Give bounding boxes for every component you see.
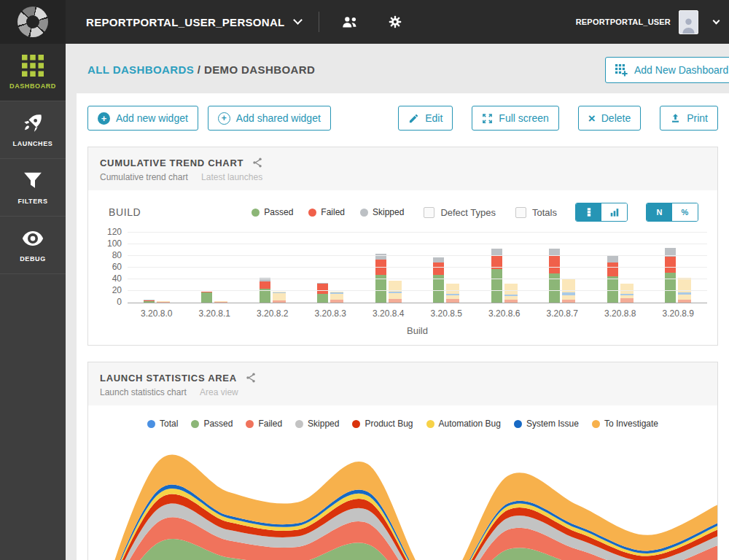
legend-label: Product Bug xyxy=(364,419,413,429)
add-new-dashboard-button[interactable]: Add New Dashboard xyxy=(605,57,729,83)
share-icon[interactable] xyxy=(252,157,263,168)
gridline xyxy=(128,255,707,256)
legend-dot xyxy=(191,420,199,428)
delete-label: Delete xyxy=(601,112,631,124)
legend-dot xyxy=(360,209,368,217)
bar-group[interactable] xyxy=(475,249,534,303)
x-tick-label: 3.20.8.6 xyxy=(475,308,534,319)
fullscreen-button[interactable]: Full screen xyxy=(472,106,558,131)
bar-segment xyxy=(504,300,518,303)
project-selector[interactable]: REPORTPORTAL_USER_PERSONAL xyxy=(86,16,301,28)
bar-group[interactable] xyxy=(186,292,244,303)
legend-label: Failed xyxy=(258,419,282,429)
share-icon[interactable] xyxy=(245,372,257,384)
sidebar-item-launches[interactable]: LAUNCHES xyxy=(0,101,66,159)
legend-item-failed[interactable]: Failed xyxy=(308,207,345,217)
legend-item-skipped[interactable]: Skipped xyxy=(295,419,339,429)
bar-group[interactable] xyxy=(650,248,708,303)
bar-segment xyxy=(491,269,502,303)
legend-item-product-bug[interactable]: Product Bug xyxy=(352,419,413,429)
legend-label: To Investigate xyxy=(604,419,658,429)
fullscreen-icon xyxy=(482,113,493,124)
widget-mode-label: Latest launches xyxy=(201,172,262,182)
bar-group[interactable] xyxy=(534,249,592,303)
x-tick-label: 3.20.8.9 xyxy=(650,308,708,319)
legend-item-passed[interactable]: Passed xyxy=(252,207,293,217)
bar-segment xyxy=(678,300,691,303)
legend-item-skipped[interactable]: Skipped xyxy=(360,207,404,217)
add-new-dashboard-label: Add New Dashboard xyxy=(634,64,728,76)
bar-segment xyxy=(201,292,212,303)
bar-group[interactable] xyxy=(418,257,476,303)
members-icon[interactable] xyxy=(337,12,363,33)
widget-title: LAUNCH STATISTICS AREA xyxy=(100,373,237,384)
legend-item-failed[interactable]: Failed xyxy=(246,419,282,429)
bar-group[interactable] xyxy=(128,300,186,303)
legend-item-passed[interactable]: Passed xyxy=(191,419,233,429)
bar-segment xyxy=(375,254,386,260)
bar-segment xyxy=(665,257,676,273)
defect-types-checkbox[interactable] xyxy=(424,207,434,218)
stacked-bars-toggle[interactable] xyxy=(576,203,601,221)
x-tick-label: 3.20.8.7 xyxy=(534,308,592,319)
add-new-widget-button[interactable]: + Add new widget xyxy=(87,106,198,131)
add-shared-widget-button[interactable]: + Add shared widget xyxy=(208,106,331,131)
bar-segment xyxy=(620,284,634,294)
x-axis-title: Build xyxy=(128,319,707,345)
bar-segment xyxy=(549,255,560,273)
gridline xyxy=(128,279,707,279)
percent-values-toggle[interactable]: % xyxy=(672,203,698,221)
legend-item-automation-bug[interactable]: Automation Bug xyxy=(426,419,501,429)
sidebar-item-debug[interactable]: DEBUG xyxy=(0,217,66,274)
legend-label: Skipped xyxy=(373,207,404,217)
widget-title: CUMULATIVE TREND CHART xyxy=(100,158,243,168)
y-tick: 60 xyxy=(95,262,122,272)
area-chart xyxy=(88,435,717,560)
grouping-axis-label: BUILD xyxy=(109,206,141,218)
sidebar-item-filters[interactable]: FILTERS xyxy=(0,159,66,217)
rocket-icon xyxy=(22,112,44,134)
bar-segment xyxy=(620,298,634,303)
totals-checkbox-group[interactable]: Totals xyxy=(515,207,557,218)
pencil-icon xyxy=(408,113,419,124)
bar-group[interactable] xyxy=(591,256,650,303)
legend-dot xyxy=(295,420,303,428)
app-logo-button[interactable] xyxy=(0,0,66,44)
bar-segment xyxy=(273,293,286,300)
print-button[interactable]: Print xyxy=(660,106,718,131)
edit-button[interactable]: Edit xyxy=(398,106,453,131)
bar-segment xyxy=(607,276,618,303)
y-tick: 100 xyxy=(95,238,122,249)
y-tick: 120 xyxy=(95,227,122,237)
bar-group[interactable] xyxy=(302,283,360,303)
divider xyxy=(319,12,319,32)
x-labels: 3.20.8.03.20.8.13.20.8.23.20.8.33.20.8.4… xyxy=(128,303,707,319)
main-content: ALL DASHBOARDS / DEMO DASHBOARD Add New … xyxy=(66,44,729,560)
sidebar-item-dashboard[interactable]: DASHBOARD xyxy=(0,44,66,101)
legend-item-total[interactable]: Total xyxy=(147,419,178,429)
widget-type-label: Launch statistics chart xyxy=(100,387,187,397)
legend-item-system-issue[interactable]: System Issue xyxy=(514,419,579,429)
fullscreen-label: Full screen xyxy=(499,112,548,124)
print-label: Print xyxy=(687,112,708,124)
defect-types-label: Defect Types xyxy=(440,207,496,218)
bar-mode-toggle xyxy=(575,203,628,222)
delete-button[interactable]: × Delete xyxy=(578,106,641,131)
bar-segment xyxy=(260,281,270,289)
breadcrumb-all-dashboards-link[interactable]: ALL DASHBOARDS xyxy=(87,63,194,76)
stacked-bar-icon xyxy=(584,207,594,217)
normal-values-toggle[interactable]: N xyxy=(647,203,672,221)
grouped-bars-toggle[interactable] xyxy=(601,203,627,221)
settings-icon[interactable] xyxy=(383,10,407,34)
y-tick: 0 xyxy=(95,297,122,307)
legend-item-to-investigate[interactable]: To Investigate xyxy=(592,419,658,429)
bar-segment xyxy=(144,301,155,303)
widget-cumulative-trend-chart: CUMULATIVE TREND CHART Cumulative trend … xyxy=(87,147,718,346)
legend-label: System Issue xyxy=(526,419,579,429)
legend-label: Failed xyxy=(321,207,345,217)
user-menu[interactable]: REPORTPORTAL_USER xyxy=(576,10,729,34)
gridline xyxy=(128,267,707,268)
defect-types-checkbox-group[interactable]: Defect Types xyxy=(424,207,496,218)
legend-dot xyxy=(426,420,434,428)
totals-checkbox[interactable] xyxy=(515,207,526,218)
